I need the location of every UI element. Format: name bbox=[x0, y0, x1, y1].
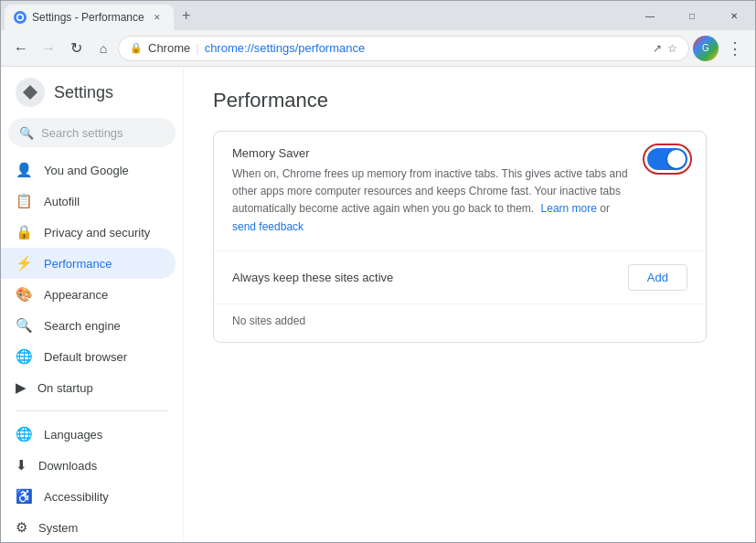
page-title: Performance bbox=[213, 89, 726, 112]
sidebar-label-you-and-google: You and Google bbox=[44, 164, 129, 177]
tab-close-icon[interactable]: ✕ bbox=[150, 10, 165, 25]
address-text: chrome://settings/performance bbox=[205, 41, 647, 55]
autofill-icon: 📋 bbox=[16, 193, 33, 209]
memory-saver-toggle[interactable] bbox=[647, 148, 687, 170]
privacy-security-icon: 🔒 bbox=[16, 224, 33, 240]
memory-saver-label: Memory Saver bbox=[232, 146, 633, 160]
sidebar-label-on-startup: On startup bbox=[37, 381, 93, 395]
sidebar-label-system: System bbox=[38, 521, 78, 535]
forward-button[interactable]: → bbox=[36, 36, 61, 61]
search-settings[interactable]: 🔍 Search settings bbox=[8, 118, 176, 147]
sidebar-label-default-browser: Default browser bbox=[44, 350, 127, 364]
sidebar-item-you-and-google[interactable]: 👤 You and Google bbox=[1, 154, 176, 186]
search-engine-icon: 🔍 bbox=[16, 317, 33, 334]
sidebar-item-system[interactable]: ⚙ System bbox=[1, 512, 176, 542]
sidebar-item-privacy-security[interactable]: 🔒 Privacy and security bbox=[1, 217, 176, 248]
settings-logo bbox=[16, 78, 45, 107]
sidebar-item-appearance[interactable]: 🎨 Appearance bbox=[1, 279, 176, 310]
close-button[interactable]: ✕ bbox=[713, 1, 755, 30]
share-icon[interactable]: ↗ bbox=[653, 42, 662, 55]
sidebar-divider-1 bbox=[16, 410, 168, 411]
accessibility-icon: ♿ bbox=[16, 488, 33, 505]
chrome-label: Chrome bbox=[148, 41, 190, 55]
maximize-button[interactable]: □ bbox=[671, 1, 713, 30]
sidebar-item-accessibility[interactable]: ♿ Accessibility bbox=[1, 481, 176, 512]
settings-title: Settings bbox=[54, 83, 113, 102]
add-site-button[interactable]: Add bbox=[628, 264, 687, 291]
appearance-icon: 🎨 bbox=[16, 286, 33, 303]
always-active-label: Always keep these sites active bbox=[232, 271, 393, 284]
new-tab-button[interactable]: + bbox=[174, 3, 199, 28]
security-icon: 🔒 bbox=[130, 42, 143, 54]
minimize-button[interactable]: — bbox=[629, 1, 671, 30]
sidebar-label-appearance: Appearance bbox=[44, 288, 108, 302]
system-icon: ⚙ bbox=[16, 519, 27, 536]
sidebar: Settings 🔍 Search settings 👤 You and Goo… bbox=[1, 67, 184, 542]
svg-point-2 bbox=[18, 16, 23, 20]
menu-button[interactable]: ⋮ bbox=[722, 36, 748, 61]
memory-saver-description: When on, Chrome frees up memory from ina… bbox=[232, 165, 633, 236]
search-icon: 🔍 bbox=[19, 126, 34, 140]
sidebar-label-performance: Performance bbox=[44, 257, 112, 271]
search-placeholder: Search settings bbox=[41, 126, 123, 140]
sidebar-item-performance[interactable]: ⚡ Performance bbox=[1, 248, 176, 279]
memory-saver-text: Memory Saver When on, Chrome frees up me… bbox=[232, 146, 633, 236]
desc-or: or bbox=[600, 202, 610, 215]
performance-icon: ⚡ bbox=[16, 255, 33, 272]
toggle-thumb bbox=[667, 150, 686, 168]
no-sites-text: No sites added bbox=[232, 314, 305, 327]
sidebar-label-privacy-security: Privacy and security bbox=[44, 226, 150, 240]
languages-icon: 🌐 bbox=[16, 426, 33, 442]
reload-button[interactable]: ↻ bbox=[63, 36, 89, 61]
sidebar-item-default-browser[interactable]: 🌐 Default browser bbox=[1, 341, 176, 372]
bookmark-icon[interactable]: ☆ bbox=[667, 42, 677, 55]
memory-saver-section: Memory Saver When on, Chrome frees up me… bbox=[214, 132, 706, 250]
address-bar[interactable]: 🔒 Chrome | chrome://settings/performance… bbox=[118, 36, 689, 61]
sidebar-label-downloads: Downloads bbox=[38, 459, 97, 473]
learn-more-link[interactable]: Learn more bbox=[541, 202, 597, 215]
downloads-icon: ⬇ bbox=[16, 457, 27, 474]
profile-icon[interactable]: G bbox=[693, 36, 719, 61]
sidebar-label-accessibility: Accessibility bbox=[44, 490, 109, 504]
sidebar-item-on-startup[interactable]: ▶ On startup bbox=[1, 372, 176, 403]
address-separator: | bbox=[196, 41, 198, 55]
default-browser-icon: 🌐 bbox=[16, 348, 33, 365]
sidebar-label-search-engine: Search engine bbox=[44, 319, 121, 333]
memory-saver-card: Memory Saver When on, Chrome frees up me… bbox=[213, 131, 707, 343]
tab-title: Settings - Performance bbox=[32, 11, 144, 24]
active-tab[interactable]: Settings - Performance ✕ bbox=[5, 5, 174, 30]
sidebar-item-autofill[interactable]: 📋 Autofill bbox=[1, 186, 176, 217]
memory-saver-toggle-container bbox=[647, 148, 687, 170]
send-feedback-link[interactable]: send feedback bbox=[232, 220, 303, 233]
sidebar-item-search-engine[interactable]: 🔍 Search engine bbox=[1, 310, 176, 341]
content-area: Performance Memory Saver When on, Chrome… bbox=[184, 67, 755, 542]
tab-favicon bbox=[14, 11, 27, 24]
on-startup-icon: ▶ bbox=[16, 379, 27, 396]
home-button[interactable]: ⌂ bbox=[91, 36, 116, 61]
you-and-google-icon: 👤 bbox=[16, 162, 33, 178]
sidebar-item-downloads[interactable]: ⬇ Downloads bbox=[1, 450, 176, 481]
always-active-row: Always keep these sites active Add bbox=[214, 251, 706, 304]
sidebar-item-languages[interactable]: 🌐 Languages bbox=[1, 419, 176, 450]
sidebar-label-languages: Languages bbox=[44, 428, 102, 442]
back-button[interactable]: ← bbox=[8, 36, 34, 61]
no-sites-section: No sites added bbox=[214, 304, 706, 342]
sidebar-label-autofill: Autofill bbox=[44, 195, 80, 208]
